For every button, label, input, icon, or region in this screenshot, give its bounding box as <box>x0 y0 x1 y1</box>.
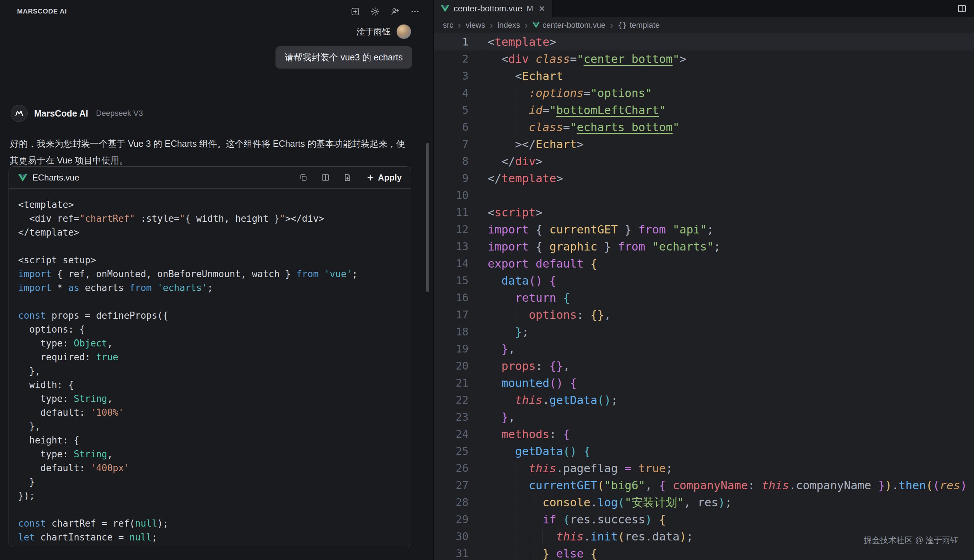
editor-code-line[interactable]: 28 console.log("安装计划", res); <box>434 494 974 511</box>
sparkle-icon <box>367 174 374 182</box>
line-number[interactable]: 16 <box>434 289 469 306</box>
editor-code-line[interactable]: 14export default { <box>434 255 974 272</box>
line-number[interactable]: 25 <box>434 443 469 460</box>
editor-code-line[interactable]: 29 if (res.success) { <box>434 511 974 528</box>
line-number[interactable]: 23 <box>434 408 469 426</box>
split-editor-icon[interactable] <box>956 3 967 14</box>
more-ellipsis-icon[interactable] <box>409 6 420 17</box>
invite-user-icon[interactable] <box>389 6 400 17</box>
editor-code-line[interactable]: 25 getData() { <box>434 443 974 460</box>
breadcrumb-item-indexs[interactable]: indexs <box>498 21 520 30</box>
line-number[interactable]: 2 <box>434 50 469 68</box>
card-code-line: } <box>18 475 411 489</box>
line-number[interactable]: 11 <box>434 204 469 221</box>
editor-code-line[interactable]: 31 } else { <box>434 545 974 560</box>
editor-code-line[interactable]: 8 </div> <box>434 153 974 170</box>
line-number[interactable]: 18 <box>434 323 469 340</box>
breadcrumb-item-file[interactable]: center-bottom.vue <box>532 21 605 30</box>
line-number[interactable]: 22 <box>434 392 469 408</box>
new-chat-icon[interactable] <box>349 6 361 17</box>
editor-code-line[interactable]: 27 currentGET("big6", { companyName: thi… <box>434 477 974 494</box>
breadcrumb-item-template[interactable]: {} template <box>618 21 660 30</box>
card-code-line: height: { <box>18 433 411 447</box>
editor-code-line[interactable]: 21 mounted() { <box>434 375 974 392</box>
editor-code-line[interactable]: 12import { currentGET } from "api"; <box>434 221 974 238</box>
line-number[interactable]: 12 <box>434 221 469 238</box>
editor-code-line[interactable]: 15 data() { <box>434 272 974 289</box>
editor-code-line[interactable]: 17 options: {}, <box>434 306 974 323</box>
line-number[interactable]: 4 <box>434 85 469 102</box>
editor-code-line[interactable]: 23 }, <box>434 408 974 426</box>
line-number[interactable]: 7 <box>434 136 469 153</box>
card-code-line: }, <box>18 364 411 378</box>
copy-code-icon[interactable] <box>297 172 309 183</box>
line-number[interactable]: 1 <box>434 33 469 50</box>
line-number[interactable]: 30 <box>434 528 469 545</box>
editor-code-line[interactable]: 22 this.getData(); <box>434 392 974 408</box>
card-code-line: const chartRef = ref(null); <box>18 517 411 530</box>
apply-button[interactable]: Apply <box>367 173 402 183</box>
code-card-filename: ECharts.vue <box>32 173 79 183</box>
editor-code-line[interactable]: 1<template> <box>434 33 974 50</box>
line-number[interactable]: 14 <box>434 255 469 272</box>
editor-code-line[interactable]: 2 <div class="center_bottom"> <box>434 50 974 68</box>
editor-code-line[interactable]: 5 id="bottomLeftChart" <box>434 102 974 119</box>
editor-code-line[interactable]: 19 }, <box>434 340 974 357</box>
chat-scrollbar[interactable] <box>426 143 429 292</box>
line-number[interactable]: 10 <box>434 187 469 204</box>
editor-code-line[interactable]: 16 return { <box>434 289 974 306</box>
editor-code-line[interactable]: 13import { graphic } from "echarts"; <box>434 238 974 255</box>
line-number[interactable]: 19 <box>434 340 469 357</box>
close-tab-icon[interactable]: × <box>539 3 545 14</box>
breadcrumb: src › views › indexs › center-bottom.vue… <box>434 17 974 33</box>
app-root: MARSCODE AI 淦于雨钰 请帮我封装个 vue3 <box>0 0 974 560</box>
editor-code-line[interactable]: 3 <Echart <box>434 68 974 85</box>
card-code-line: }, <box>18 420 411 433</box>
line-number[interactable]: 8 <box>434 153 469 170</box>
code-card-header: ECharts.vue Apply <box>9 167 411 189</box>
line-number[interactable]: 27 <box>434 477 469 494</box>
editor-code-line[interactable]: 10 <box>434 187 974 204</box>
line-number[interactable]: 17 <box>434 306 469 323</box>
card-code-line: type: String, <box>18 392 411 406</box>
tab-center-bottom-vue[interactable]: center-bottom.vue M × <box>434 0 552 17</box>
card-code-line: const props = defineProps({ <box>18 309 411 323</box>
line-number[interactable]: 6 <box>434 119 469 136</box>
line-number[interactable]: 15 <box>434 272 469 289</box>
line-number[interactable]: 21 <box>434 375 469 392</box>
new-file-icon[interactable] <box>342 172 353 183</box>
line-number[interactable]: 9 <box>434 170 469 187</box>
line-number[interactable]: 31 <box>434 545 469 560</box>
editor-code-line[interactable]: 24 methods: { <box>434 426 974 443</box>
line-number[interactable]: 29 <box>434 511 469 528</box>
line-number[interactable]: 5 <box>434 102 469 119</box>
breadcrumb-item-views[interactable]: views <box>466 21 485 30</box>
line-number[interactable]: 3 <box>434 68 469 85</box>
breadcrumb-item-src[interactable]: src <box>443 21 453 30</box>
insert-code-icon[interactable] <box>320 172 331 183</box>
editor-code-line[interactable]: 20 props: {}, <box>434 357 974 375</box>
line-number[interactable]: 20 <box>434 357 469 375</box>
editor-pane: center-bottom.vue M × src › views › inde… <box>433 0 974 560</box>
card-code-line <box>18 240 411 253</box>
card-code-line: type: Object, <box>18 337 411 350</box>
assistant-intro-text: 好的，我来为您封装一个基于 Vue 3 的 ECharts 组件。这个组件将 E… <box>10 135 411 169</box>
editor-tab-bar: center-bottom.vue M × <box>434 0 974 17</box>
line-number[interactable]: 28 <box>434 494 469 511</box>
editor-code-line[interactable]: 4 :options="options" <box>434 85 974 102</box>
card-code-line <box>18 295 411 309</box>
editor-code-line[interactable]: 26 this.pageflag = true; <box>434 460 974 477</box>
editor-code-line[interactable]: 9</template> <box>434 170 974 187</box>
settings-gear-icon[interactable] <box>369 6 381 17</box>
line-number[interactable]: 24 <box>434 426 469 443</box>
line-number[interactable]: 13 <box>434 238 469 255</box>
line-number[interactable]: 26 <box>434 460 469 477</box>
editor-code-line[interactable]: 18 }; <box>434 323 974 340</box>
editor-code-line[interactable]: 7 ></Echart> <box>434 136 974 153</box>
editor-code-line[interactable]: 11<script> <box>434 204 974 221</box>
vue-file-icon <box>441 5 449 12</box>
editor-code-line[interactable]: 6 class="echarts_bottom" <box>434 119 974 136</box>
card-code-line: default: '100%' <box>18 406 411 420</box>
user-message-row: 请帮我封装个 vue3 的 echarts <box>0 39 433 68</box>
panel-title: MARSCODE AI <box>17 7 67 15</box>
